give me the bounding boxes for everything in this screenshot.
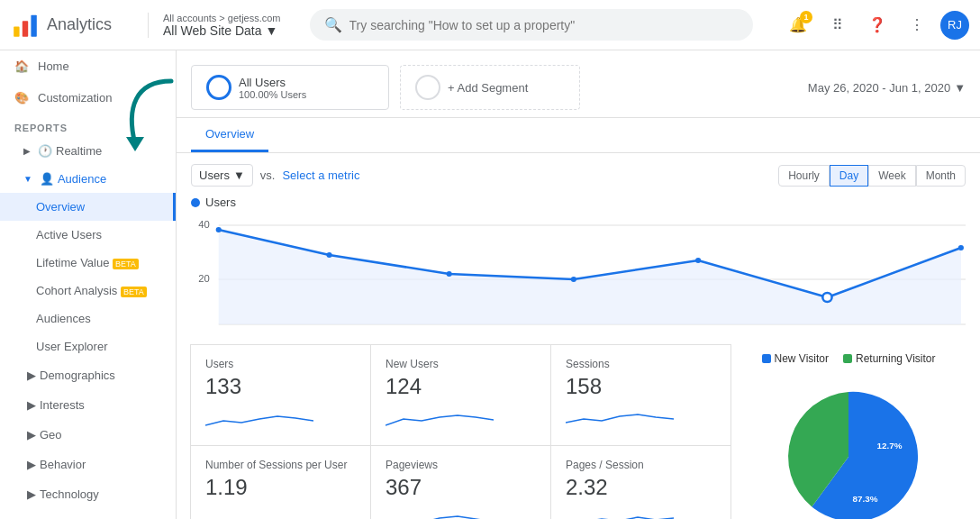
metrics-area: Users 133 New Users 124 Sessions 158 [177, 345, 980, 519]
app-header: Analytics All accounts > getjess.com All… [0, 0, 980, 50]
metric-value-new-users: 124 [386, 374, 536, 399]
sidebar-item-demographics[interactable]: ▶ Demographics [0, 360, 176, 390]
svg-point-11 [327, 252, 332, 258]
tab-bar: Overview [177, 118, 980, 153]
date-range-label: May 26, 2020 - Jun 1, 2020 [808, 81, 950, 95]
metric-value-pages-per-session: 2.32 [566, 475, 716, 500]
new-visitor-label: New Visitor [775, 352, 829, 365]
metric-value-users: 133 [205, 374, 356, 399]
avatar[interactable]: RJ [940, 11, 969, 40]
chevron-down-icon: ▼ [23, 174, 32, 184]
time-btn-month[interactable]: Month [916, 165, 966, 187]
returning-visitor-legend-dot [843, 354, 852, 363]
search-input[interactable] [349, 18, 739, 32]
sidebar-item-home[interactable]: 🏠 Home [0, 50, 176, 82]
segments-bar: All Users 100.00% Users + Add Segment Ma… [177, 50, 980, 118]
add-circle-icon [415, 75, 440, 100]
svg-rect-1 [23, 21, 28, 37]
time-btn-hourly[interactable]: Hourly [778, 165, 830, 187]
more-button[interactable]: ⋮ [901, 9, 933, 41]
more-icon: ⋮ [910, 16, 924, 33]
svg-text:40: 40 [198, 219, 210, 230]
svg-text:12.7%: 12.7% [877, 441, 903, 451]
svg-point-15 [822, 293, 831, 302]
search-icon: 🔍 [324, 16, 342, 33]
chevron-right-icon: ▶ [23, 146, 31, 156]
segment-circle [206, 75, 231, 100]
chart-controls: Users ▼ vs. Select a metric Hourly Day W… [191, 164, 966, 187]
metric-value-pageviews: 367 [386, 475, 536, 500]
sparkline-sessions-per-user [205, 504, 313, 519]
time-btn-week[interactable]: Week [868, 165, 915, 187]
metric-name-sessions: Sessions [566, 358, 716, 370]
main-content: All Users 100.00% Users + Add Segment Ma… [177, 50, 980, 519]
help-button[interactable]: ❓ [861, 9, 894, 41]
sidebar-item-audience[interactable]: ▼ 👤 Audience [0, 165, 176, 193]
metric-card-new-users: New Users 124 [370, 344, 551, 446]
svg-rect-0 [14, 26, 19, 36]
property-selector[interactable]: All accounts > getjess.com All Web Site … [148, 13, 281, 38]
svg-point-13 [571, 277, 576, 282]
main-layout: 🏠 Home 🎨 Customization REPORTS ▶ 🕐 Realt… [0, 50, 980, 519]
property-name[interactable]: All Web Site Data ▼ [163, 23, 281, 38]
sidebar-sub-item-lifetime-value[interactable]: Lifetime Value BETA [0, 249, 176, 277]
returning-visitor-label: Returning Visitor [856, 352, 936, 365]
sidebar-sub-item-overview[interactable]: Overview [0, 193, 176, 221]
sparkline-sessions [566, 403, 674, 430]
customization-icon: 🎨 [14, 91, 29, 105]
sidebar-item-geo[interactable]: ▶ Geo [0, 420, 176, 450]
add-segment-btn[interactable]: + Add Segment [400, 65, 580, 110]
time-btn-day[interactable]: Day [830, 165, 868, 187]
sidebar-item-interests[interactable]: ▶ Interests [0, 390, 176, 420]
svg-rect-2 [31, 14, 36, 36]
header-actions: 🔔 1 ⠿ ❓ ⋮ RJ [782, 9, 969, 41]
apps-button[interactable]: ⠿ [821, 9, 854, 41]
notification-button[interactable]: 🔔 1 [782, 9, 814, 41]
apps-icon: ⠿ [832, 16, 843, 33]
sidebar-sub-item-cohort-analysis[interactable]: Cohort Analysis BETA [0, 277, 176, 305]
segment-name: All Users [239, 76, 306, 89]
svg-text:20: 20 [198, 273, 210, 284]
sidebar-item-technology[interactable]: ▶ Technology [0, 479, 176, 509]
sparkline-users [205, 403, 313, 430]
reports-section-label: REPORTS [0, 114, 176, 137]
chevron-right-icon-behavior: ▶ [27, 458, 36, 471]
main-chart: 40 20 [191, 214, 966, 334]
logo-area: Analytics [11, 11, 119, 40]
metric-card-sessions-per-user: Number of Sessions per User 1.19 [190, 445, 371, 519]
svg-point-10 [216, 227, 222, 232]
pie-chart-svg: 12.7% 87.3% [767, 376, 930, 519]
search-bar[interactable]: 🔍 [310, 9, 753, 41]
analytics-logo-icon [11, 11, 40, 40]
sparkline-pages-per-session [566, 504, 674, 519]
breadcrumb: All accounts > getjess.com [163, 13, 281, 23]
pie-legend-new: New Visitor [762, 352, 829, 365]
sidebar-icon-audience: 👤 [40, 172, 54, 186]
notification-badge: 1 [800, 11, 812, 23]
svg-point-14 [695, 258, 701, 263]
sidebar-sub-item-user-explorer[interactable]: User Explorer [0, 332, 176, 360]
metric-value-sessions-per-user: 1.19 [205, 475, 356, 500]
sidebar-sub-item-active-users[interactable]: Active Users [0, 221, 176, 249]
all-users-segment[interactable]: All Users 100.00% Users [191, 65, 389, 110]
time-period-buttons: Hourly Day Week Month [778, 165, 966, 187]
segment-pct: 100.00% Users [239, 89, 306, 100]
metric-label: Users [199, 168, 230, 182]
sparkline-pageviews [386, 504, 494, 519]
metric-card-pageviews: Pageviews 367 [370, 445, 551, 519]
metric-name-new-users: New Users [386, 358, 536, 370]
legend-dot [191, 198, 200, 207]
sidebar-item-realtime[interactable]: ▶ 🕐 Realtime [0, 137, 176, 165]
sidebar-item-mobile[interactable]: ▶ Mobile [0, 509, 176, 519]
sidebar-item-behavior[interactable]: ▶ Behavior [0, 450, 176, 479]
app-title: Analytics [47, 15, 112, 34]
tab-overview[interactable]: Overview [191, 118, 268, 152]
pie-chart-area: New Visitor Returning Visitor [731, 345, 966, 519]
select-metric-link[interactable]: Select a metric [282, 168, 359, 182]
help-icon: ❓ [868, 16, 886, 33]
date-range-picker[interactable]: May 26, 2020 - Jun 1, 2020 ▼ [808, 81, 966, 95]
metric-selector[interactable]: Users ▼ [191, 164, 253, 187]
sidebar-item-customization[interactable]: 🎨 Customization [0, 82, 176, 114]
sidebar-sub-item-audiences[interactable]: Audiences [0, 305, 176, 332]
add-segment-label: + Add Segment [448, 81, 528, 95]
